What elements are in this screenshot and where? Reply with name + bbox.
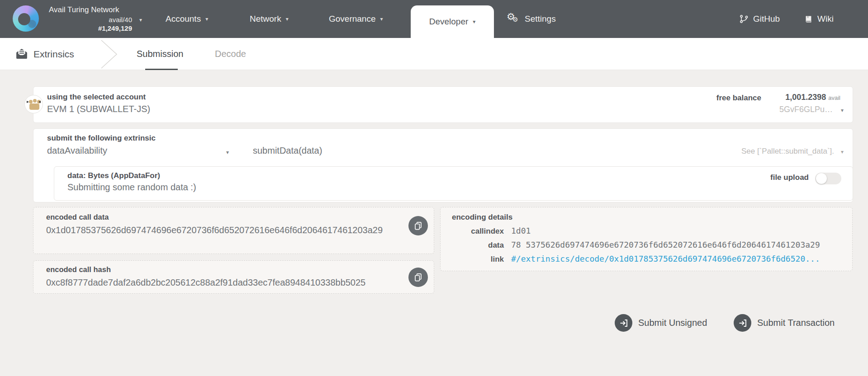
network-name: Avail Turing Network: [49, 5, 132, 14]
section-title: Extrinsics: [33, 38, 74, 70]
encoding-details-rows: callindex 1d01 data 78 5375626d697474696…: [452, 226, 820, 268]
copy-icon: [413, 273, 423, 282]
encoded-call-data-box: encoded call data 0x1d01785375626d697474…: [33, 207, 434, 254]
callindex-value: 1d01: [511, 226, 531, 235]
sign-in-icon: [734, 314, 751, 332]
book-icon: [804, 14, 813, 24]
chevron-down-icon[interactable]: ▾: [226, 149, 229, 155]
file-upload-toggle[interactable]: [815, 173, 841, 184]
chevron-down-icon: ▾: [380, 16, 383, 22]
account-name-select[interactable]: EVM 1 (SUBWALLET-JS): [47, 104, 150, 114]
git-branch-icon: [740, 14, 749, 24]
tab-decode[interactable]: Decode: [215, 38, 246, 70]
tab-submission[interactable]: Submission: [137, 38, 183, 70]
data-param-label: data: Bytes (AppDataFor): [67, 171, 160, 180]
submit-transaction-label: Submit Transaction: [757, 318, 835, 328]
encoded-call-hash-label: encoded call hash: [46, 265, 111, 274]
header: Avail Turing Network avail/40 ▾ #1,249,1…: [0, 0, 868, 38]
chevron-down-icon[interactable]: ▾: [841, 149, 844, 155]
callindex-label: callindex: [452, 227, 504, 236]
sign-in-icon: [615, 314, 632, 332]
active-tab-underline: [145, 69, 178, 70]
free-balance-value: 1,001.2398 avail: [785, 93, 840, 102]
data-label: data: [452, 241, 504, 250]
chevron-down-icon[interactable]: ▾: [841, 107, 844, 113]
extrinsic-section-label: submit the following extrinsic: [47, 134, 156, 143]
runtime-version[interactable]: avail/40 ▾: [49, 16, 132, 24]
data-param-input[interactable]: Submitting some random data :): [67, 182, 196, 193]
nav-item-network[interactable]: Network ▾: [250, 0, 289, 38]
encoded-call-data-value: 0x1d01785375626d697474696e6720736f6d6520…: [46, 224, 427, 236]
callindex-row: callindex 1d01: [452, 226, 820, 240]
encoding-details-box: encoding details callindex 1d01 data 78 …: [440, 207, 853, 271]
gears-icon: ⚙ ⚙: [507, 12, 520, 26]
extrinsic-card: submit the following extrinsic dataAvail…: [33, 128, 853, 202]
account-avatar[interactable]: [24, 95, 43, 113]
chevron-down-icon: ▾: [473, 19, 475, 25]
submit-unsigned-button[interactable]: Submit Unsigned: [615, 314, 707, 332]
encoded-call-hash-value: 0xc8f8777dade7daf2a6db2bc205612c88a2f91d…: [46, 276, 427, 289]
submit-unsigned-label: Submit Unsigned: [638, 318, 707, 328]
encoding-details-label: encoding details: [452, 213, 512, 222]
chevron-down-icon: ▾: [139, 17, 142, 23]
avail-logo-icon[interactable]: [13, 5, 39, 32]
wiki-link[interactable]: Wiki: [804, 0, 834, 38]
nav-item-developer-active[interactable]: Developer ▾: [411, 5, 494, 38]
link-label: link: [452, 255, 504, 264]
free-balance-label: free balance: [716, 94, 761, 103]
toggle-knob: [816, 173, 827, 184]
selected-account-label: using the selected account: [47, 93, 146, 102]
selected-account-card: using the selected account EVM 1 (SUBWAL…: [33, 86, 853, 123]
github-link[interactable]: GitHub: [740, 0, 780, 38]
chevron-down-icon: ▾: [286, 16, 289, 22]
tab-bar: Extrinsics Submission Decode: [0, 38, 868, 70]
link-row: link #/extrinsics/decode/0x1d01785375626…: [452, 254, 820, 268]
data-value: 78 5375626d697474696e6720736f6d652072616…: [511, 240, 820, 249]
submit-transaction-button[interactable]: Submit Transaction: [734, 314, 835, 332]
copy-call-data-button[interactable]: [408, 216, 428, 235]
breadcrumb-separator: [100, 39, 119, 69]
data-param-card: data: Bytes (AppDataFor) Submitting some…: [54, 166, 853, 201]
extrinsics-page: Avail Turing Network avail/40 ▾ #1,249,1…: [0, 0, 868, 376]
balance-unit: avail: [828, 94, 840, 101]
data-row: data 78 5375626d697474696e6720736f6d6520…: [452, 240, 820, 254]
chevron-down-icon: ▾: [205, 16, 208, 22]
copy-icon: [413, 221, 423, 230]
nav-item-settings[interactable]: ⚙ ⚙ Settings: [507, 0, 556, 38]
account-address-truncated[interactable]: 5GvF6GLPu…: [779, 105, 833, 114]
file-upload-label: file upload: [770, 173, 809, 182]
block-number: #1,249,129: [49, 24, 132, 32]
nav-item-governance[interactable]: Governance ▾: [329, 0, 383, 38]
decode-link[interactable]: #/extrinsics/decode/0x1d01785375626d6974…: [511, 254, 820, 263]
nav-item-accounts[interactable]: Accounts ▾: [166, 0, 208, 38]
network-info[interactable]: Avail Turing Network avail/40 ▾ #1,249,1…: [49, 5, 132, 32]
extrinsics-icon: [15, 48, 28, 60]
encoded-call-data-label: encoded call data: [46, 213, 109, 221]
method-doc-hint: See [`Pallet::submit_data`].: [741, 147, 834, 156]
copy-call-hash-button[interactable]: [408, 268, 428, 287]
pallet-select[interactable]: dataAvailability: [47, 146, 107, 156]
method-select[interactable]: submitData(data): [253, 146, 322, 156]
encoded-call-hash-box: encoded call hash 0xc8f8777dade7daf2a6db…: [33, 260, 434, 294]
